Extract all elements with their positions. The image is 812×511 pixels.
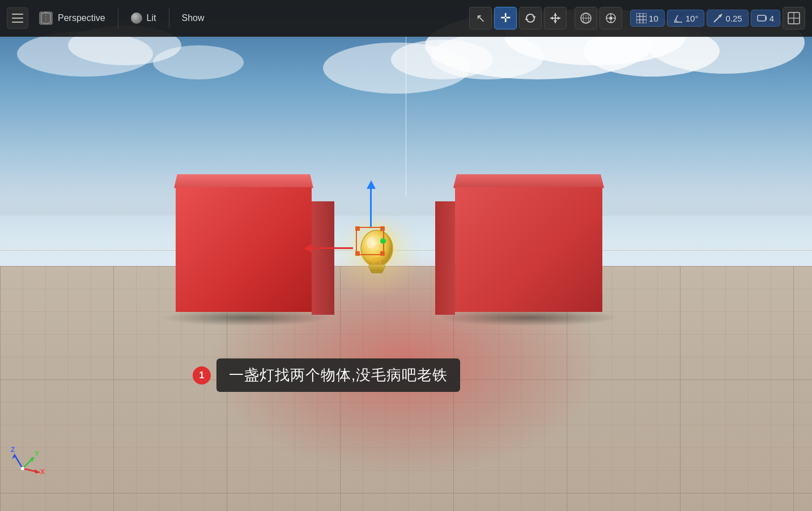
angle-value-label: 10° — [686, 14, 699, 23]
move-tool-button[interactable]: ✛ — [494, 7, 517, 29]
perspective-label: Perspective — [58, 13, 105, 23]
transform-dot-green — [380, 238, 386, 244]
show-button[interactable]: Show — [175, 10, 211, 27]
box-right-side — [435, 201, 455, 315]
rotate-icon — [524, 12, 537, 24]
hamburger-line-2 — [12, 18, 23, 19]
grid-icon — [636, 13, 647, 23]
perspective-button[interactable]: Perspective — [32, 7, 112, 29]
tooltip-badge: 1 — [193, 366, 211, 385]
tooltip-text: 一盏灯找两个物体,没毛病吧老铁 — [216, 358, 460, 392]
vertical-guide — [406, 37, 406, 196]
translate-x-arrow[interactable] — [311, 247, 353, 249]
top-toolbar: Perspective Lit Show ↖ ✛ — [0, 0, 812, 37]
transform-corner-tl — [355, 226, 360, 231]
rotate-tool-button[interactable] — [519, 7, 542, 29]
menu-button[interactable] — [7, 7, 28, 29]
tooltip-container: 1 一盏灯找两个物体,没毛病吧老铁 — [193, 358, 460, 392]
local-object-button[interactable] — [600, 7, 622, 29]
angle-icon — [673, 13, 683, 23]
separator-2 — [169, 8, 169, 28]
scale-tool-button[interactable] — [544, 7, 567, 29]
world-icon — [580, 12, 592, 24]
transform-corner-bl — [355, 251, 360, 256]
box-right — [455, 187, 602, 312]
svg-marker-38 — [558, 16, 560, 20]
transform-corner-br — [380, 251, 385, 256]
grid-value-label: 10 — [649, 14, 658, 23]
svg-rect-58 — [758, 15, 766, 21]
show-label: Show — [182, 13, 205, 23]
svg-point-44 — [609, 16, 613, 20]
camera-value-button[interactable]: 4 — [751, 10, 780, 27]
camera-icon — [757, 13, 767, 23]
svg-text:Y: Y — [35, 450, 39, 458]
svg-text:X: X — [40, 468, 45, 476]
translate-y-arrow[interactable] — [370, 187, 372, 227]
lit-icon — [131, 12, 142, 24]
angle-value-button[interactable]: 10° — [667, 10, 705, 27]
bulb-glow — [331, 210, 422, 301]
svg-rect-53 — [636, 13, 647, 23]
svg-point-29 — [21, 467, 24, 470]
layout-button[interactable] — [783, 7, 805, 29]
hamburger-line-3 — [12, 22, 23, 23]
hamburger-line-1 — [12, 14, 23, 15]
transform-gizmo-box[interactable] — [356, 227, 384, 255]
world-local-button[interactable] — [575, 7, 597, 29]
box-left-side — [312, 201, 334, 315]
zoom-value-button[interactable]: 0.25 — [707, 10, 748, 27]
toolbar-right: ↖ ✛ — [469, 7, 805, 29]
svg-marker-32 — [525, 18, 529, 20]
svg-point-6 — [391, 40, 493, 79]
scale-icon — [549, 12, 562, 24]
svg-marker-36 — [554, 20, 557, 23]
box-left-top — [174, 174, 313, 188]
axis-indicator: Z Y X — [8, 443, 45, 480]
svg-marker-37 — [550, 16, 553, 20]
select-tool-button[interactable]: ↖ — [469, 7, 492, 29]
box-left — [176, 187, 312, 312]
grid-value-button[interactable]: 10 — [630, 10, 665, 27]
svg-text:Z: Z — [11, 446, 15, 454]
viewport[interactable]: 1 一盏灯找两个物体,没毛病吧老铁 Z Y X — [0, 0, 812, 511]
separator-1 — [118, 8, 118, 28]
layout-icon — [788, 12, 800, 24]
svg-point-9 — [153, 45, 244, 79]
local-icon — [605, 12, 617, 24]
zoom-icon — [713, 13, 723, 23]
transform-corner-tr — [380, 226, 385, 231]
zoom-value-label: 0.25 — [725, 14, 742, 23]
svg-marker-35 — [554, 13, 557, 16]
lit-button[interactable]: Lit — [124, 9, 163, 27]
box-right-top — [453, 174, 604, 188]
lit-label: Lit — [147, 13, 156, 23]
perspective-icon — [39, 11, 53, 26]
camera-value-label: 4 — [770, 14, 774, 23]
